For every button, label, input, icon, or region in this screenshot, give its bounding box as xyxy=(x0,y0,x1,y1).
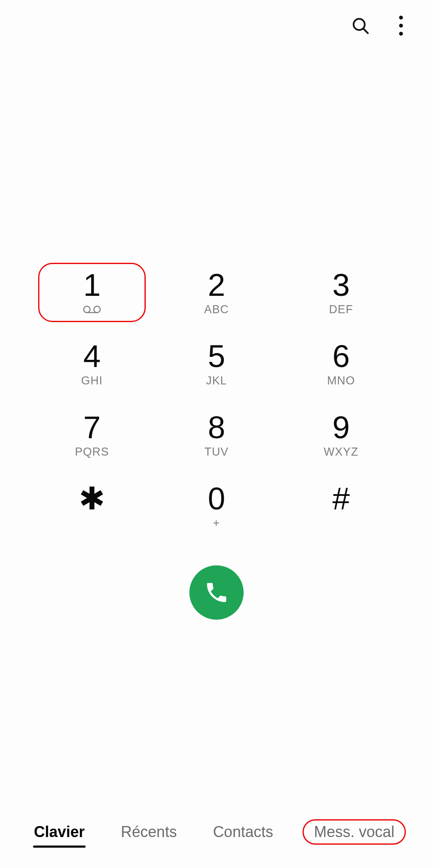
key-3[interactable]: 3DEF xyxy=(287,263,395,322)
key-digit: 0 xyxy=(208,483,225,515)
svg-point-3 xyxy=(94,306,100,313)
key-sublabel: DEF xyxy=(329,303,353,315)
keypad: 12ABC3DEF4GHI5JKL6MNO7PQRS8TUV9WXYZ✱0+# xyxy=(0,263,433,536)
more-icon[interactable] xyxy=(389,14,413,37)
key-sublabel: JKL xyxy=(206,375,227,387)
key-4[interactable]: 4GHI xyxy=(38,334,146,393)
key-digit: ✱ xyxy=(79,483,105,515)
call-row xyxy=(0,536,433,645)
key-sublabel: MNO xyxy=(327,375,355,387)
key-digit: 3 xyxy=(332,270,350,301)
svg-line-1 xyxy=(364,29,368,33)
svg-point-2 xyxy=(84,306,90,313)
bottom-tabs: ClavierRécentsContactsMess. vocal xyxy=(0,813,433,868)
key-digit: 2 xyxy=(208,270,225,301)
key-sublabel: GHI xyxy=(81,375,103,387)
key-hash[interactable]: # xyxy=(287,476,395,536)
key-digit: 9 xyxy=(332,412,350,443)
key-9[interactable]: 9WXYZ xyxy=(287,405,395,465)
key-5[interactable]: 5JKL xyxy=(163,334,270,393)
tab-contacts[interactable]: Contacts xyxy=(206,821,280,843)
voicemail-icon xyxy=(83,303,101,315)
key-digit: 6 xyxy=(332,341,350,372)
key-digit: 7 xyxy=(83,412,100,443)
key-star[interactable]: ✱ xyxy=(38,476,146,536)
tab-voicemail[interactable]: Mess. vocal xyxy=(303,819,406,845)
key-sublabel: WXYZ xyxy=(324,446,358,458)
key-digit: 5 xyxy=(208,341,225,372)
number-display xyxy=(0,51,433,263)
key-7[interactable]: 7PQRS xyxy=(38,405,146,465)
key-1[interactable]: 1 xyxy=(38,263,146,322)
phone-icon xyxy=(204,580,229,605)
key-0[interactable]: 0+ xyxy=(163,476,270,536)
search-icon[interactable] xyxy=(348,14,372,37)
key-sublabel: TUV xyxy=(205,446,229,458)
key-8[interactable]: 8TUV xyxy=(163,405,270,465)
call-button[interactable] xyxy=(189,565,244,620)
tab-keypad[interactable]: Clavier xyxy=(27,821,92,843)
key-2[interactable]: 2ABC xyxy=(163,263,270,322)
tab-recents[interactable]: Récents xyxy=(114,821,183,843)
key-sublabel: ABC xyxy=(204,303,229,315)
top-bar xyxy=(0,0,433,51)
key-digit: 8 xyxy=(208,412,225,443)
key-sublabel: PQRS xyxy=(75,446,109,458)
key-6[interactable]: 6MNO xyxy=(287,334,395,393)
key-digit: # xyxy=(332,483,350,515)
key-digit: 1 xyxy=(83,270,100,301)
key-sublabel: + xyxy=(213,517,220,529)
key-digit: 4 xyxy=(83,341,100,372)
